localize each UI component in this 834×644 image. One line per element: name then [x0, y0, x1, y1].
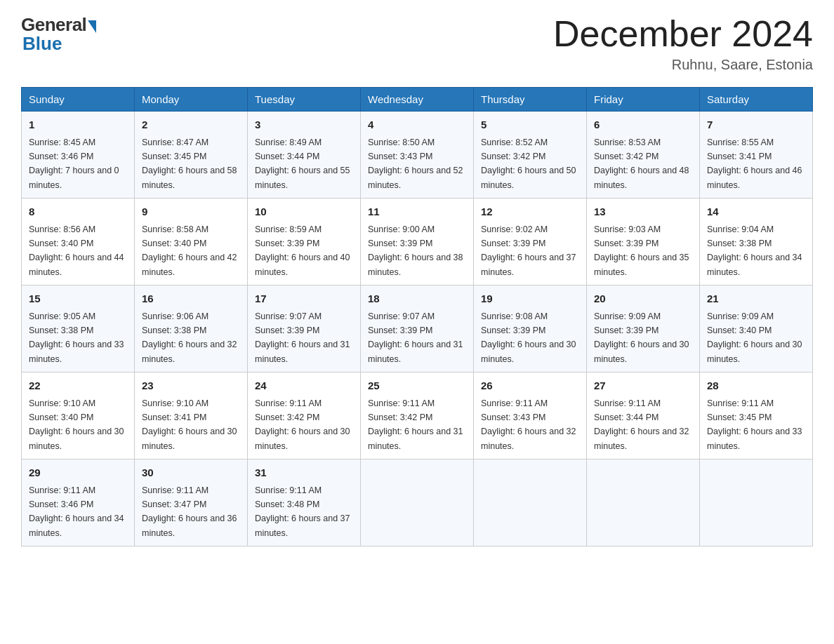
col-monday: Monday: [135, 88, 248, 112]
day-number: 26: [481, 378, 579, 394]
day-number: 23: [142, 378, 240, 394]
calendar-cell: 4 Sunrise: 8:50 AMSunset: 3:43 PMDayligh…: [361, 112, 474, 199]
calendar-cell: 25 Sunrise: 9:11 AMSunset: 3:42 PMDaylig…: [361, 373, 474, 459]
day-info: Sunrise: 9:00 AMSunset: 3:39 PMDaylight:…: [368, 224, 463, 277]
calendar-header-row: Sunday Monday Tuesday Wednesday Thursday…: [22, 88, 813, 112]
day-info: Sunrise: 8:59 AMSunset: 3:39 PMDaylight:…: [255, 224, 350, 277]
day-number: 17: [255, 291, 353, 307]
day-number: 19: [481, 291, 579, 307]
calendar-cell: 11 Sunrise: 9:00 AMSunset: 3:39 PMDaylig…: [361, 199, 474, 286]
day-number: 18: [368, 291, 466, 307]
calendar-week-1: 1 Sunrise: 8:45 AMSunset: 3:46 PMDayligh…: [22, 112, 813, 199]
calendar-cell: 1 Sunrise: 8:45 AMSunset: 3:46 PMDayligh…: [22, 112, 135, 199]
day-number: 3: [255, 117, 353, 133]
calendar-cell: 30 Sunrise: 9:11 AMSunset: 3:47 PMDaylig…: [135, 459, 248, 546]
calendar-cell: 18 Sunrise: 9:07 AMSunset: 3:39 PMDaylig…: [361, 286, 474, 373]
day-number: 22: [29, 378, 127, 394]
day-number: 14: [707, 204, 805, 220]
day-number: 4: [368, 117, 466, 133]
day-info: Sunrise: 8:55 AMSunset: 3:41 PMDaylight:…: [707, 137, 802, 190]
calendar-cell: 19 Sunrise: 9:08 AMSunset: 3:39 PMDaylig…: [474, 286, 587, 373]
calendar-cell: 16 Sunrise: 9:06 AMSunset: 3:38 PMDaylig…: [135, 286, 248, 373]
calendar-cell: 14 Sunrise: 9:04 AMSunset: 3:38 PMDaylig…: [700, 199, 813, 286]
day-info: Sunrise: 8:56 AMSunset: 3:40 PMDaylight:…: [29, 224, 124, 277]
day-number: 9: [142, 204, 240, 220]
calendar-cell: 20 Sunrise: 9:09 AMSunset: 3:39 PMDaylig…: [587, 286, 700, 373]
day-info: Sunrise: 8:53 AMSunset: 3:42 PMDaylight:…: [594, 137, 689, 190]
day-info: Sunrise: 8:58 AMSunset: 3:40 PMDaylight:…: [142, 224, 237, 277]
day-info: Sunrise: 9:11 AMSunset: 3:42 PMDaylight:…: [368, 398, 463, 451]
calendar-cell: 23 Sunrise: 9:10 AMSunset: 3:41 PMDaylig…: [135, 373, 248, 459]
calendar-week-2: 8 Sunrise: 8:56 AMSunset: 3:40 PMDayligh…: [22, 199, 813, 286]
calendar-cell: 28 Sunrise: 9:11 AMSunset: 3:45 PMDaylig…: [700, 373, 813, 459]
calendar-cell: 22 Sunrise: 9:10 AMSunset: 3:40 PMDaylig…: [22, 373, 135, 459]
day-info: Sunrise: 9:07 AMSunset: 3:39 PMDaylight:…: [255, 311, 350, 364]
day-info: Sunrise: 9:11 AMSunset: 3:45 PMDaylight:…: [707, 398, 802, 451]
day-info: Sunrise: 9:11 AMSunset: 3:46 PMDaylight:…: [29, 485, 124, 538]
day-number: 7: [707, 117, 805, 133]
col-saturday: Saturday: [700, 88, 813, 112]
day-info: Sunrise: 9:02 AMSunset: 3:39 PMDaylight:…: [481, 224, 576, 277]
day-number: 25: [368, 378, 466, 394]
day-number: 24: [255, 378, 353, 394]
day-info: Sunrise: 9:10 AMSunset: 3:41 PMDaylight:…: [142, 398, 237, 451]
day-number: 8: [29, 204, 127, 220]
col-thursday: Thursday: [474, 88, 587, 112]
day-number: 21: [707, 291, 805, 307]
day-number: 13: [594, 204, 692, 220]
calendar-cell: 8 Sunrise: 8:56 AMSunset: 3:40 PMDayligh…: [22, 199, 135, 286]
calendar-week-5: 29 Sunrise: 9:11 AMSunset: 3:46 PMDaylig…: [22, 459, 813, 546]
col-friday: Friday: [587, 88, 700, 112]
col-wednesday: Wednesday: [361, 88, 474, 112]
calendar-week-4: 22 Sunrise: 9:10 AMSunset: 3:40 PMDaylig…: [22, 373, 813, 459]
day-info: Sunrise: 9:10 AMSunset: 3:40 PMDaylight:…: [29, 398, 124, 451]
day-info: Sunrise: 9:09 AMSunset: 3:39 PMDaylight:…: [594, 311, 689, 364]
day-info: Sunrise: 8:45 AMSunset: 3:46 PMDaylight:…: [29, 137, 119, 190]
calendar-cell: 21 Sunrise: 9:09 AMSunset: 3:40 PMDaylig…: [700, 286, 813, 373]
calendar-cell: 2 Sunrise: 8:47 AMSunset: 3:45 PMDayligh…: [135, 112, 248, 199]
day-info: Sunrise: 9:07 AMSunset: 3:39 PMDaylight:…: [368, 311, 463, 364]
day-number: 11: [368, 204, 466, 220]
day-number: 6: [594, 117, 692, 133]
day-info: Sunrise: 8:52 AMSunset: 3:42 PMDaylight:…: [481, 137, 576, 190]
location-subtitle: Ruhnu, Saare, Estonia: [553, 57, 813, 73]
day-info: Sunrise: 9:09 AMSunset: 3:40 PMDaylight:…: [707, 311, 802, 364]
day-info: Sunrise: 8:50 AMSunset: 3:43 PMDaylight:…: [368, 137, 463, 190]
day-info: Sunrise: 9:11 AMSunset: 3:42 PMDaylight:…: [255, 398, 350, 451]
calendar-cell: 5 Sunrise: 8:52 AMSunset: 3:42 PMDayligh…: [474, 112, 587, 199]
calendar-cell: 9 Sunrise: 8:58 AMSunset: 3:40 PMDayligh…: [135, 199, 248, 286]
day-number: 10: [255, 204, 353, 220]
day-number: 2: [142, 117, 240, 133]
calendar-cell: 6 Sunrise: 8:53 AMSunset: 3:42 PMDayligh…: [587, 112, 700, 199]
day-number: 31: [255, 465, 353, 481]
day-number: 12: [481, 204, 579, 220]
day-info: Sunrise: 9:05 AMSunset: 3:38 PMDaylight:…: [29, 311, 124, 364]
day-number: 28: [707, 378, 805, 394]
day-number: 27: [594, 378, 692, 394]
col-sunday: Sunday: [22, 88, 135, 112]
day-info: Sunrise: 9:11 AMSunset: 3:44 PMDaylight:…: [594, 398, 689, 451]
col-tuesday: Tuesday: [248, 88, 361, 112]
calendar-cell: [700, 459, 813, 546]
calendar-cell: 7 Sunrise: 8:55 AMSunset: 3:41 PMDayligh…: [700, 112, 813, 199]
day-info: Sunrise: 9:11 AMSunset: 3:48 PMDaylight:…: [255, 485, 350, 538]
day-number: 1: [29, 117, 127, 133]
day-number: 5: [481, 117, 579, 133]
calendar-cell: 27 Sunrise: 9:11 AMSunset: 3:44 PMDaylig…: [587, 373, 700, 459]
logo-arrow-icon: [88, 20, 96, 33]
calendar-cell: 15 Sunrise: 9:05 AMSunset: 3:38 PMDaylig…: [22, 286, 135, 373]
day-number: 15: [29, 291, 127, 307]
calendar-cell: 3 Sunrise: 8:49 AMSunset: 3:44 PMDayligh…: [248, 112, 361, 199]
page-header: General Blue December 2024 Ruhnu, Saare,…: [21, 14, 813, 73]
calendar-cell: [474, 459, 587, 546]
day-info: Sunrise: 9:04 AMSunset: 3:38 PMDaylight:…: [707, 224, 802, 277]
calendar-cell: 12 Sunrise: 9:02 AMSunset: 3:39 PMDaylig…: [474, 199, 587, 286]
title-section: December 2024 Ruhnu, Saare, Estonia: [553, 14, 813, 73]
calendar-cell: 24 Sunrise: 9:11 AMSunset: 3:42 PMDaylig…: [248, 373, 361, 459]
day-info: Sunrise: 9:11 AMSunset: 3:47 PMDaylight:…: [142, 485, 237, 538]
calendar-cell: [587, 459, 700, 546]
day-number: 30: [142, 465, 240, 481]
day-info: Sunrise: 9:08 AMSunset: 3:39 PMDaylight:…: [481, 311, 576, 364]
calendar-cell: 26 Sunrise: 9:11 AMSunset: 3:43 PMDaylig…: [474, 373, 587, 459]
calendar-cell: [361, 459, 474, 546]
